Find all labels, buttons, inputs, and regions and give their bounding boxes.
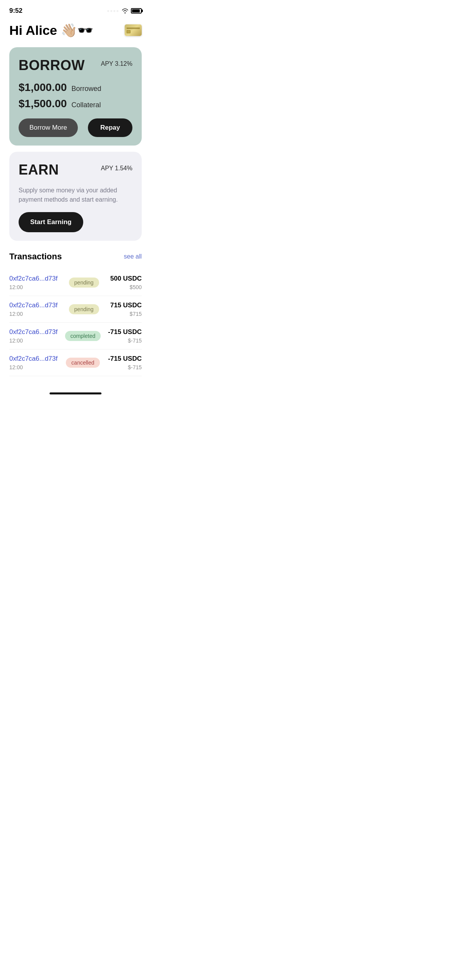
borrow-more-button[interactable]: Borrow More — [19, 118, 78, 137]
transaction-item[interactable]: 0xf2c7ca6...d73f 12:00 completed -715 US… — [9, 323, 142, 350]
borrow-card: BORROW APY 3.12% $1,000.00 Borrowed $1,5… — [9, 47, 142, 146]
card-icon[interactable] — [125, 24, 142, 36]
collateral-label: Collateral — [72, 101, 101, 109]
home-indicator — [50, 392, 101, 394]
borrow-title: BORROW — [19, 57, 85, 74]
tx-time: 12:00 — [9, 338, 58, 344]
borrowed-label: Borrowed — [72, 85, 101, 93]
status-icons — [107, 8, 142, 14]
tx-time: 12:00 — [9, 284, 58, 290]
transactions-header: Transactions see all — [9, 252, 142, 262]
tx-hash: 0xf2c7ca6...d73f — [9, 328, 58, 336]
tx-time: 12:00 — [9, 311, 58, 317]
tx-amount-crypto: 500 USDC — [110, 275, 142, 283]
tx-hash: 0xf2c7ca6...d73f — [9, 302, 58, 309]
tx-amount-crypto: 715 USDC — [110, 302, 142, 309]
repay-button[interactable]: Repay — [88, 118, 132, 137]
tx-status-badge: completed — [65, 331, 101, 341]
status-time: 9:52 — [9, 7, 22, 15]
see-all-link[interactable]: see all — [124, 253, 142, 260]
start-earning-button[interactable]: Start Earning — [19, 212, 83, 232]
tx-time: 12:00 — [9, 364, 58, 370]
tx-amount-fiat: $715 — [130, 311, 142, 317]
earn-description: Supply some money via your added payment… — [19, 186, 132, 204]
header-row: Hi Alice 👋🏼🕶️ — [9, 22, 142, 38]
borrow-apy: APY 3.12% — [101, 60, 132, 67]
tx-amount-fiat: $-715 — [128, 364, 142, 370]
signal-icon — [107, 10, 118, 12]
earn-title: EARN — [19, 162, 59, 178]
greeting-text: Hi Alice 👋🏼🕶️ — [9, 22, 93, 38]
tx-right: 500 USDC $500 — [110, 275, 142, 290]
tx-status-badge: cancelled — [66, 358, 100, 368]
borrow-card-header: BORROW APY 3.12% — [19, 57, 132, 74]
tx-hash: 0xf2c7ca6...d73f — [9, 275, 58, 283]
transactions-section: Transactions see all 0xf2c7ca6...d73f 12… — [9, 252, 142, 376]
tx-middle: cancelled — [58, 358, 108, 368]
tx-left: 0xf2c7ca6...d73f 12:00 — [9, 355, 58, 370]
main-content: Hi Alice 👋🏼🕶️ BORROW APY 3.12% $1,000.00… — [0, 19, 151, 388]
tx-amount-crypto: -715 USDC — [108, 355, 142, 363]
tx-status-badge: pending — [69, 304, 99, 314]
tx-left: 0xf2c7ca6...d73f 12:00 — [9, 328, 58, 344]
transaction-item[interactable]: 0xf2c7ca6...d73f 12:00 pending 715 USDC … — [9, 296, 142, 323]
tx-right: -715 USDC $-715 — [108, 328, 142, 344]
borrow-card-buttons: Borrow More Repay — [19, 118, 132, 137]
tx-left: 0xf2c7ca6...d73f 12:00 — [9, 302, 58, 317]
transactions-list: 0xf2c7ca6...d73f 12:00 pending 500 USDC … — [9, 269, 142, 376]
tx-amount-crypto: -715 USDC — [108, 328, 142, 336]
earn-apy: APY 1.54% — [101, 165, 132, 172]
tx-middle: pending — [58, 304, 110, 314]
collateral-amount-row: $1,500.00 Collateral — [19, 98, 132, 110]
tx-status-badge: pending — [69, 278, 99, 288]
tx-amount-fiat: $-715 — [128, 338, 142, 344]
tx-left: 0xf2c7ca6...d73f 12:00 — [9, 275, 58, 290]
tx-right: 715 USDC $715 — [110, 302, 142, 317]
tx-hash: 0xf2c7ca6...d73f — [9, 355, 58, 363]
earn-card: EARN APY 1.54% Supply some money via you… — [9, 152, 142, 241]
collateral-amount: $1,500.00 — [19, 98, 67, 110]
earn-card-header: EARN APY 1.54% — [19, 162, 132, 178]
borrowed-amount: $1,000.00 — [19, 81, 67, 94]
tx-right: -715 USDC $-715 — [108, 355, 142, 370]
borrowed-amount-row: $1,000.00 Borrowed — [19, 81, 132, 94]
transaction-item[interactable]: 0xf2c7ca6...d73f 12:00 pending 500 USDC … — [9, 269, 142, 296]
wifi-icon — [122, 8, 129, 14]
transaction-item[interactable]: 0xf2c7ca6...d73f 12:00 cancelled -715 US… — [9, 350, 142, 376]
tx-middle: pending — [58, 278, 110, 288]
battery-icon — [131, 8, 142, 14]
tx-amount-fiat: $500 — [130, 284, 142, 290]
status-bar: 9:52 — [0, 0, 151, 19]
transactions-title: Transactions — [9, 252, 62, 262]
tx-middle: completed — [58, 331, 108, 341]
